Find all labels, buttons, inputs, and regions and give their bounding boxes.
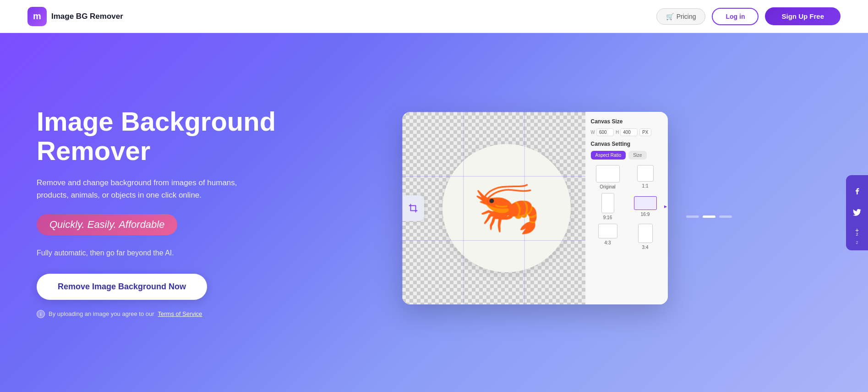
dot-1[interactable] [686,215,699,218]
height-input: H 400 [616,128,638,136]
hero-tagline: Quickly. Easily. Affordable [37,214,177,235]
mockup-inner: 🦐 Canvas Size W 600 H [402,112,668,304]
app-mockup: 🦐 Canvas Size W 600 H [393,103,686,323]
twitter-button[interactable] [846,202,868,224]
logo-icon: m [27,7,47,26]
ratio-original[interactable]: Original [591,165,625,189]
carousel-dots [686,215,732,218]
hero-visual: 🦐 Canvas Size W 600 H [293,103,831,323]
terms-line: i By uploading an image you agree to our… [37,310,293,318]
ratio-box-9-16 [601,193,614,213]
ratio-box-3-4 [638,224,653,243]
canvas-size-row: W 600 H 400 PX [591,128,662,136]
canvas-setting-label: Canvas Setting [591,141,662,147]
login-button[interactable]: Log in [712,8,759,25]
tab-aspect-ratio[interactable]: Aspect Ratio [591,151,626,160]
settings-panel: Canvas Size W 600 H 400 PX [585,112,668,304]
cta-button[interactable]: Remove Image Background Now [37,274,207,300]
ratio-1-1[interactable]: 1:1 [628,165,662,189]
hero-subtext: Fully automatic, then go far beyond the … [37,249,293,257]
nav-actions: 🛒 Pricing Log in Sign Up Free [656,7,841,25]
ratio-16-9[interactable]: 16:9 [628,193,662,220]
cart-icon: 🛒 [666,13,674,20]
pricing-button[interactable]: 🛒 Pricing [656,8,706,25]
ratio-box-original [596,165,620,182]
mockup-card: 🦐 Canvas Size W 600 H [402,112,668,304]
unit-selector[interactable]: PX [639,128,651,136]
dot-3[interactable] [719,215,732,218]
ratio-box-4-3 [598,224,617,238]
hero-section: Image Background Remover Remove and chan… [0,33,868,392]
nav-logo: m Image BG Remover [27,7,123,26]
navbar: m Image BG Remover 🛒 Pricing Log in Sign… [0,0,868,33]
info-icon: i [37,310,45,318]
share-count-button[interactable]: + 2 [846,224,868,246]
grid-overlay [402,112,585,304]
canvas-setting-tabs: Aspect Ratio Size [591,151,662,160]
ratio-3-4[interactable]: 3:4 [628,224,662,250]
terms-text: By uploading an image you agree to our [49,310,154,317]
hero-description: Remove and change background from images… [37,177,238,201]
facebook-button[interactable] [846,180,868,202]
ratio-grid: Original 1:1 9:16 [591,165,662,250]
ratio-box-1-1 [637,165,654,182]
signup-button[interactable]: Sign Up Free [765,7,841,25]
canvas-size-label: Canvas Size [591,118,662,125]
ratio-4-3[interactable]: 4:3 [591,224,625,250]
hero-title: Image Background Remover [37,107,293,166]
share-count: 2 [856,232,858,237]
ratio-9-16[interactable]: 9:16 [591,193,625,220]
terms-link[interactable]: Terms of Service [158,310,202,317]
dot-2[interactable] [703,215,715,218]
hero-content: Image Background Remover Remove and chan… [37,107,293,318]
social-sidebar: + 2 [846,175,868,250]
nav-brand-name: Image BG Remover [51,12,123,21]
tab-size[interactable]: Size [628,151,646,160]
width-input: W 600 [591,128,614,136]
ratio-box-16-9 [634,196,657,210]
canvas-area: 🦐 [402,112,585,304]
